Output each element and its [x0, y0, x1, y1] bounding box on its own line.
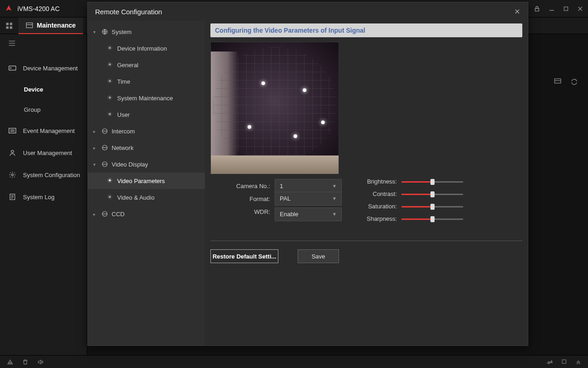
saturation-slider[interactable] — [401, 203, 463, 210]
tree-label: System — [112, 29, 131, 35]
tree-label: Video Parameters — [117, 178, 165, 184]
config-tree: ▾ System Device Information General Time… — [88, 21, 205, 345]
globe-icon — [102, 211, 108, 217]
mute-icon[interactable] — [37, 359, 44, 365]
tree-label: System Maintenance — [117, 95, 173, 102]
tree-label: Intercom — [112, 128, 135, 135]
sidebar-toggle-icon[interactable] — [0, 34, 87, 52]
sidebar-item-event-management[interactable]: Event Management — [0, 120, 87, 142]
camera-preview — [210, 42, 339, 174]
tab-label: Maintenance — [37, 22, 76, 29]
svg-rect-7 — [6, 26, 8, 29]
app-title: iVMS-4200 AC — [17, 5, 60, 12]
sharpness-slider[interactable] — [401, 216, 463, 222]
tree-system[interactable]: ▾ System — [88, 23, 205, 40]
chevron-down-icon: ▼ — [332, 196, 337, 201]
tree-intercom[interactable]: ▸ Intercom — [88, 123, 205, 139]
tree-system-maintenance[interactable]: System Maintenance — [88, 90, 205, 106]
select-value: PAL — [280, 195, 291, 202]
tree-label: General — [117, 62, 138, 69]
svg-rect-0 — [535, 8, 539, 11]
tab-maintenance[interactable]: Maintenance — [18, 17, 83, 34]
sidebar-item-label: System Configuration — [23, 172, 80, 178]
tree-label: Network — [112, 144, 134, 151]
tree-label: User — [117, 111, 130, 118]
tree-device-information[interactable]: Device Information — [88, 40, 205, 57]
trash-icon[interactable] — [22, 359, 28, 365]
tree-video-parameters[interactable]: Video Parameters — [88, 172, 205, 189]
globe-icon — [102, 128, 108, 134]
close-icon[interactable] — [577, 6, 583, 12]
select-value: Enable — [280, 211, 298, 218]
tree-ccd[interactable]: ▸ CCD — [88, 206, 205, 222]
brightness-label: Brightness: — [360, 178, 397, 185]
minimize-icon[interactable] — [548, 6, 555, 12]
apps-grid-icon[interactable] — [0, 22, 18, 29]
svg-point-15 — [11, 68, 11, 69]
alert-icon[interactable] — [6, 358, 14, 366]
wdr-select[interactable]: Enable ▼ — [275, 207, 342, 221]
node-icon — [107, 78, 113, 85]
tree-video-display[interactable]: ▾ Video Display — [88, 156, 205, 172]
save-button[interactable]: Save — [298, 249, 339, 263]
event-management-icon — [8, 127, 17, 134]
sidebar-item-system-configuration[interactable]: System Configuration — [0, 164, 87, 186]
maximize-icon[interactable] — [563, 6, 569, 12]
saturation-label: Saturation: — [360, 203, 397, 210]
status-bar — [0, 355, 588, 368]
sidebar-item-device-management[interactable]: Device Management — [0, 57, 87, 79]
tree-video-audio[interactable]: Video & Audio — [88, 189, 205, 206]
svg-rect-2 — [564, 7, 568, 11]
svg-point-19 — [11, 150, 13, 153]
sharpness-label: Sharpness: — [360, 215, 397, 222]
sidebar: Device Management Device Group Event Man… — [0, 34, 87, 355]
sidebar-item-system-log[interactable]: System Log — [0, 186, 87, 208]
window-icon[interactable] — [561, 359, 567, 365]
svg-point-20 — [11, 174, 13, 176]
tree-time[interactable]: Time — [88, 73, 205, 90]
brightness-slider[interactable] — [401, 178, 463, 185]
refresh-icon[interactable] — [571, 78, 578, 86]
format-label: Format: — [210, 196, 270, 202]
tree-label: CCD — [112, 211, 124, 218]
sidebar-item-user-management[interactable]: User Management — [0, 142, 87, 164]
node-icon — [107, 95, 113, 101]
close-icon[interactable] — [514, 8, 520, 15]
caret-right-icon: ▸ — [93, 212, 98, 217]
format-select[interactable]: PAL ▼ — [275, 192, 342, 206]
app-logo-icon — [5, 5, 13, 13]
pin-icon[interactable] — [547, 359, 553, 365]
svg-rect-16 — [9, 128, 16, 133]
window-controls: ⎮ — [522, 5, 583, 12]
maintenance-tab-icon — [26, 22, 33, 29]
chevron-down-icon: ▼ — [332, 184, 337, 189]
globe-icon — [102, 161, 108, 167]
svg-rect-9 — [26, 23, 32, 28]
select-value: 1 — [280, 183, 283, 190]
tree-general[interactable]: General — [88, 57, 205, 73]
svg-rect-50 — [562, 360, 566, 363]
card-icon[interactable] — [554, 78, 561, 86]
camera-no-select[interactable]: 1 ▼ — [275, 179, 342, 193]
tree-network[interactable]: ▸ Network — [88, 139, 205, 156]
camera-no-label: Camera No.: — [210, 183, 270, 190]
restore-default-button[interactable]: Restore Default Setti... — [210, 249, 278, 263]
toolbar-behind — [554, 78, 578, 86]
sidebar-item-label: System Log — [23, 194, 55, 201]
sidebar-sub-group[interactable]: Group — [0, 99, 87, 120]
node-icon — [107, 178, 113, 184]
node-icon — [107, 62, 113, 68]
sidebar-sub-device[interactable]: Device — [0, 79, 87, 99]
contrast-slider[interactable] — [401, 191, 463, 197]
globe-icon — [102, 144, 108, 151]
tree-user[interactable]: User — [88, 106, 205, 123]
remote-configuration-dialog: Remote Configuration ▾ System Device Inf… — [87, 2, 528, 346]
sidebar-item-label: Device Management — [23, 65, 78, 72]
expand-icon[interactable] — [575, 359, 582, 365]
tree-label: Video Display — [112, 161, 148, 168]
tree-label: Video & Audio — [117, 194, 154, 201]
caret-down-icon: ▾ — [93, 29, 98, 34]
lock-icon[interactable] — [534, 6, 540, 12]
dialog-title: Remote Configuration — [95, 8, 162, 16]
gear-icon — [8, 172, 17, 178]
